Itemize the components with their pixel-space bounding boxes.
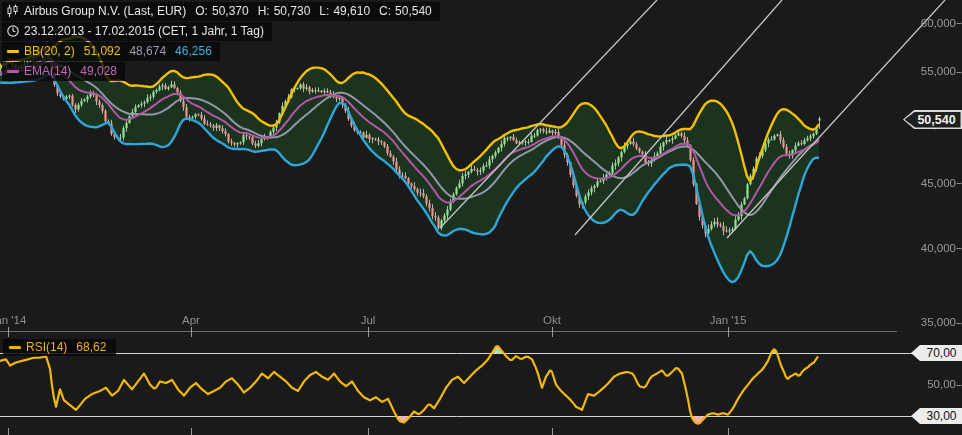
chart-window: Airbus Group N.V. (Last, EUR)O:50,370H:5… bbox=[0, 0, 962, 435]
low-label: L: bbox=[319, 4, 329, 18]
ema-label: EMA(14) bbox=[24, 64, 71, 78]
rsi-level-70-badge: 70,00 bbox=[911, 345, 962, 361]
rsi-level-50-label: 50,00 bbox=[927, 378, 956, 391]
chart-legend: Airbus Group N.V. (Last, EUR)O:50,370H:5… bbox=[2, 2, 440, 82]
last-price-value: 50,540 bbox=[905, 112, 961, 128]
price-axis-label: 45,000 bbox=[921, 177, 956, 190]
rsi-legend-row[interactable]: RSI(14)68,62 bbox=[3, 339, 116, 356]
rsi-dash-icon bbox=[7, 340, 22, 354]
ema-value: 49,028 bbox=[80, 64, 117, 78]
price-axis-label: 60,000 bbox=[921, 17, 956, 30]
low-value: 49,610 bbox=[333, 4, 370, 18]
ema-dash-icon bbox=[5, 64, 20, 78]
rsi-label: RSI(14) bbox=[26, 341, 67, 354]
high-label: H: bbox=[258, 4, 270, 18]
instrument-row: Airbus Group N.V. (Last, EUR)O:50,370H:5… bbox=[2, 2, 440, 21]
bb-legend-row[interactable]: BB(20, 2)51,09248,67446,256 bbox=[2, 42, 220, 61]
time-axis-label: Okt bbox=[543, 314, 561, 327]
price-axis-label: 35,000 bbox=[921, 316, 956, 329]
date-range-row: 23.12.2013 - 17.02.2015 (CET, 1 Jahr, 1 … bbox=[2, 22, 272, 41]
bb-middle-value: 48,674 bbox=[129, 44, 166, 58]
close-value: 50,540 bbox=[395, 4, 432, 18]
time-axis-label: Apr bbox=[182, 314, 200, 327]
instrument-title: Airbus Group N.V. (Last, EUR) bbox=[24, 4, 186, 18]
ema-legend-row[interactable]: EMA(14)49,028 bbox=[2, 62, 125, 81]
bb-label: BB(20, 2) bbox=[24, 44, 75, 58]
clock-icon bbox=[5, 24, 20, 38]
price-axis-label: 55,000 bbox=[921, 65, 956, 78]
price-axis-label: 40,000 bbox=[921, 242, 956, 255]
bb-lower-value: 46,256 bbox=[175, 44, 212, 58]
bb-dash-icon bbox=[5, 44, 20, 58]
open-label: O: bbox=[195, 4, 208, 18]
close-label: C: bbox=[379, 4, 391, 18]
time-axis-label: Jan '15 bbox=[710, 314, 747, 327]
candlestick-icon bbox=[5, 4, 20, 18]
high-value: 50,730 bbox=[274, 4, 311, 18]
rsi-level-30-badge: 30,00 bbox=[911, 408, 962, 424]
rsi-value: 68,62 bbox=[76, 341, 106, 354]
last-price-badge: 50,540 bbox=[903, 110, 962, 129]
date-range: 23.12.2013 - 17.02.2015 (CET, 1 Jahr, 1 … bbox=[24, 24, 264, 38]
open-value: 50,370 bbox=[212, 4, 249, 18]
time-axis-label: Jan '14 bbox=[0, 314, 26, 327]
bb-upper-value: 51,092 bbox=[84, 44, 121, 58]
time-axis-label: Jul bbox=[361, 314, 376, 327]
